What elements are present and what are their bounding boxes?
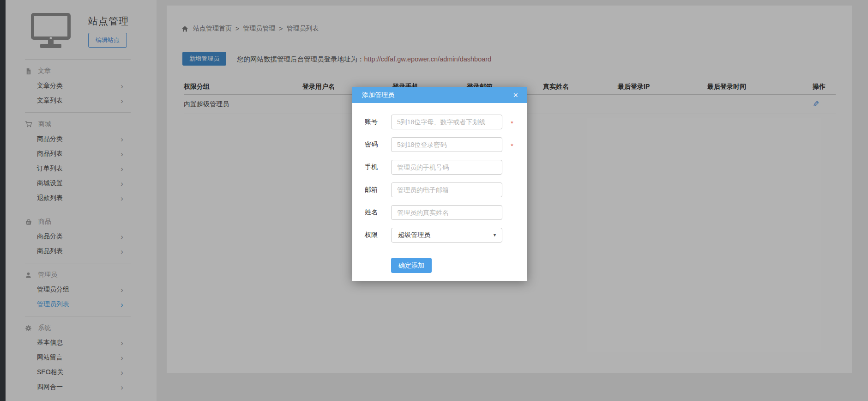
email-input[interactable] <box>391 182 502 197</box>
password-input[interactable] <box>391 137 502 152</box>
email-label: 邮箱 <box>365 186 391 194</box>
password-label: 密码 <box>365 140 391 149</box>
password-field-row: 密码 * <box>365 137 527 152</box>
account-input[interactable] <box>391 115 502 129</box>
name-label: 姓名 <box>365 208 391 217</box>
email-field-row: 邮箱 <box>365 182 527 197</box>
phone-field-row: 手机 <box>365 160 527 175</box>
phone-input[interactable] <box>391 160 502 175</box>
add-admin-modal: 添加管理员 × 账号 * 密码 * 手机 邮箱 姓名 权限 超 <box>352 87 527 281</box>
account-label: 账号 <box>365 118 391 126</box>
modal-header: 添加管理员 × <box>352 87 527 103</box>
modal-title: 添加管理员 <box>362 91 394 99</box>
required-asterisk: * <box>511 142 513 150</box>
permission-field-row: 权限 超级管理员 ▼ <box>365 228 527 243</box>
account-field-row: 账号 * <box>365 115 527 129</box>
permission-select-value: 超级管理员 <box>398 231 430 239</box>
name-input[interactable] <box>391 205 502 220</box>
permission-select[interactable]: 超级管理员 ▼ <box>391 228 502 243</box>
name-field-row: 姓名 <box>365 205 527 220</box>
chevron-down-icon: ▼ <box>493 233 497 237</box>
permission-label: 权限 <box>365 231 391 239</box>
confirm-add-button[interactable]: 确定添加 <box>391 258 432 273</box>
modal-body: 账号 * 密码 * 手机 邮箱 姓名 权限 超级管理员 ▼ <box>352 103 527 273</box>
phone-label: 手机 <box>365 163 391 171</box>
close-icon[interactable]: × <box>513 91 518 99</box>
required-asterisk: * <box>511 119 513 127</box>
